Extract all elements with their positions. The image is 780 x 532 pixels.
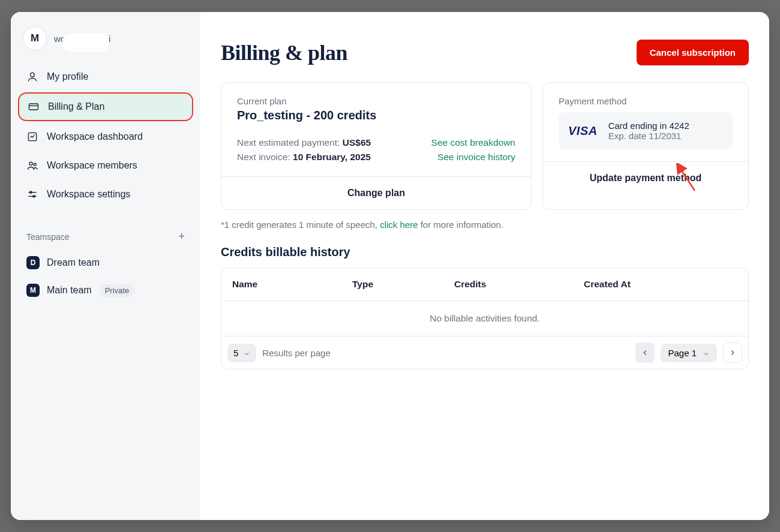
page-label: Page 1 (668, 348, 697, 358)
footnote-suffix: for more information. (418, 220, 504, 230)
history-heading: Credits billable history (221, 245, 749, 259)
page-title: Billing & plan (221, 40, 347, 65)
user-icon (26, 71, 38, 83)
main-content: Billing & plan Cancel subscription Curre… (200, 12, 769, 520)
svg-point-4 (29, 162, 32, 165)
footnote-prefix: *1 credit generates 1 minute of speech, (221, 220, 380, 230)
change-plan-button[interactable]: Change plan (221, 176, 531, 209)
nav-item-workspace-settings[interactable]: Workspace settings (18, 181, 193, 208)
teamspace-label: Teamspace (26, 232, 70, 242)
per-page-value: 5 (233, 348, 238, 358)
card-ending-text: Card ending in 4242 (608, 121, 689, 131)
table-empty-row: No billable activities found. (221, 301, 748, 336)
nav-label: Workspace dashboard (47, 131, 143, 142)
svg-rect-1 (29, 104, 38, 110)
chevron-down-icon (243, 349, 250, 356)
nav-item-workspace-dashboard[interactable]: Workspace dashboard (18, 124, 193, 150)
plan-lines: Next estimated payment: US$65 Next invoi… (237, 136, 371, 164)
table-header: Name Type Credits Created At (221, 268, 748, 301)
teamspace-header: Teamspace + (18, 230, 193, 243)
payment-method-label: Payment method (559, 96, 733, 106)
next-payment-value: US$65 (343, 137, 371, 148)
update-payment-method-button[interactable]: Update payment method (543, 161, 748, 194)
empty-text: No billable activities found. (233, 313, 736, 324)
chevron-left-icon (641, 348, 649, 357)
current-plan-label: Current plan (237, 96, 515, 106)
svg-point-5 (34, 163, 36, 166)
nav-label: Billing & Plan (48, 101, 104, 112)
col-name: Name (232, 279, 352, 290)
col-type: Type (352, 279, 454, 290)
chevron-down-icon (703, 349, 710, 356)
team-item-main-team[interactable]: M Main team Private (18, 276, 193, 304)
cancel-subscription-button[interactable]: Cancel subscription (637, 40, 749, 65)
private-badge: Private (99, 284, 135, 297)
team-list: D Dream team M Main team Private (18, 249, 193, 304)
next-page-button[interactable] (723, 342, 742, 363)
next-invoice-label: Next invoice: (237, 152, 293, 162)
page-select[interactable]: Page 1 (661, 344, 717, 362)
see-invoice-history-link[interactable]: See invoice history (431, 150, 515, 164)
payment-method-row: VISA Card ending in 4242 Exp. date 11/20… (559, 112, 733, 149)
col-created-at: Created At (584, 279, 737, 290)
chart-icon (26, 131, 38, 143)
nav-item-workspace-members[interactable]: Workspace members (18, 152, 193, 179)
card-icon (28, 101, 40, 113)
sliders-icon (26, 188, 38, 200)
plan-name: Pro_testing - 200 credits (237, 109, 515, 122)
team-item-dream-team[interactable]: D Dream team (18, 249, 193, 276)
col-credits: Credits (454, 279, 584, 290)
current-plan-card: Current plan Pro_testing - 200 credits N… (221, 82, 532, 210)
avatar: M (23, 26, 47, 50)
team-label: Main team (47, 285, 92, 296)
card-exp-text: Exp. date 11/2031 (608, 131, 689, 141)
nav-list: My profile Billing & Plan Workspace dash… (18, 64, 193, 208)
per-page-label: Results per page (262, 348, 629, 358)
sidebar: M wondercraft.ai My profile Billing & Pl… (11, 12, 200, 520)
history-table: Name Type Credits Created At No billable… (221, 267, 749, 369)
header-row: Billing & plan Cancel subscription (221, 40, 749, 65)
redaction-blob (62, 34, 109, 52)
nav-item-billing-plan[interactable]: Billing & Plan (18, 92, 193, 121)
nav-label: Workspace members (47, 160, 137, 171)
table-footer: 5 Results per page Page 1 (221, 336, 748, 369)
payment-method-card: Payment method VISA Card ending in 4242 … (542, 82, 749, 210)
team-initial-icon: D (26, 256, 40, 269)
footnote-link[interactable]: click here (380, 220, 418, 230)
chevron-right-icon (728, 348, 737, 357)
credit-footnote: *1 credit generates 1 minute of speech, … (221, 220, 749, 230)
nav-label: My profile (47, 71, 88, 82)
see-cost-breakdown-link[interactable]: See cost breakdown (431, 136, 515, 150)
team-label: Dream team (47, 257, 100, 268)
members-icon (26, 160, 38, 172)
prev-page-button[interactable] (635, 342, 655, 363)
per-page-select[interactable]: 5 (227, 344, 256, 362)
next-invoice-value: 10 February, 2025 (293, 152, 371, 162)
cards-row: Current plan Pro_testing - 200 credits N… (221, 82, 749, 210)
svg-point-0 (31, 73, 35, 77)
add-teamspace-button[interactable]: + (178, 230, 185, 243)
visa-icon: VISA (568, 124, 598, 138)
settings-modal: M wondercraft.ai My profile Billing & Pl… (11, 12, 769, 520)
nav-label: Workspace settings (47, 189, 130, 200)
team-initial-icon: M (26, 284, 40, 297)
nav-item-my-profile[interactable]: My profile (18, 64, 193, 90)
next-payment-label: Next estimated payment: (237, 137, 343, 148)
